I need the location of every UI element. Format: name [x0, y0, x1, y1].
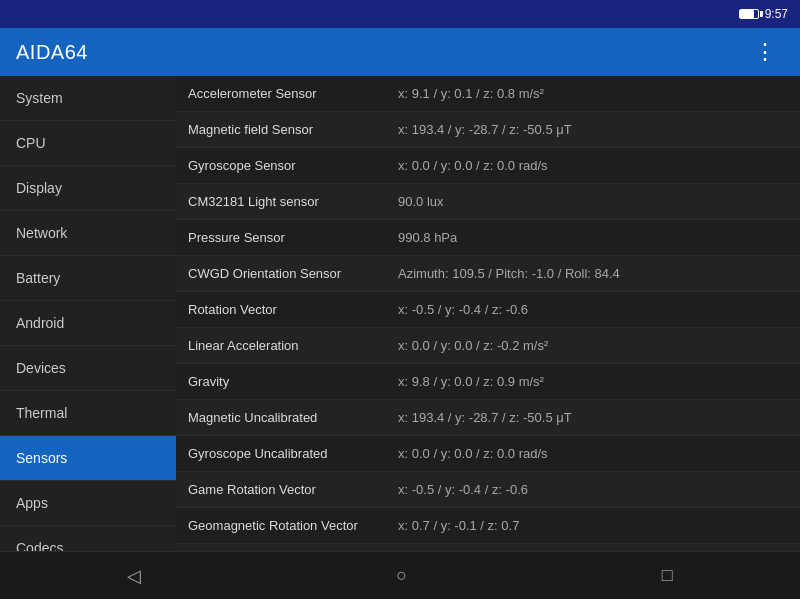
app-bar: AIDA64 ⋮: [0, 28, 800, 76]
sidebar-item-apps[interactable]: Apps: [0, 481, 176, 526]
sensor-value: 990.8 hPa: [386, 220, 800, 255]
sensor-row: Gravityx: 9.8 / y: 0.0 / z: 0.9 m/s²: [176, 364, 800, 400]
sensor-value: 90.0 lux: [386, 184, 800, 219]
sensor-row: Significant Motion: [176, 544, 800, 551]
sensor-row: Linear Accelerationx: 0.0 / y: 0.0 / z: …: [176, 328, 800, 364]
sidebar-item-devices[interactable]: Devices: [0, 346, 176, 391]
sensor-name: Magnetic Uncalibrated: [176, 400, 386, 435]
sensor-value: [386, 544, 800, 551]
sensor-value: x: 9.1 / y: 0.1 / z: 0.8 m/s²: [386, 76, 800, 111]
app-title: AIDA64: [16, 41, 88, 64]
sidebar-item-system[interactable]: System: [0, 76, 176, 121]
sensor-row: Magnetic field Sensorx: 193.4 / y: -28.7…: [176, 112, 800, 148]
battery-icon: [739, 9, 759, 19]
sensor-row: Gyroscope Sensorx: 0.0 / y: 0.0 / z: 0.0…: [176, 148, 800, 184]
sensor-value: Azimuth: 109.5 / Pitch: -1.0 / Roll: 84.…: [386, 256, 800, 291]
sensor-value: x: -0.5 / y: -0.4 / z: -0.6: [386, 472, 800, 507]
sensor-row: Pressure Sensor990.8 hPa: [176, 220, 800, 256]
sidebar-item-display[interactable]: Display: [0, 166, 176, 211]
sidebar-item-network[interactable]: Network: [0, 211, 176, 256]
sensor-name: Gyroscope Sensor: [176, 148, 386, 183]
sensor-value: x: 0.0 / y: 0.0 / z: 0.0 rad/s: [386, 148, 800, 183]
sensor-value: x: 0.0 / y: 0.0 / z: -0.2 m/s²: [386, 328, 800, 363]
sensor-row: Gyroscope Uncalibratedx: 0.0 / y: 0.0 / …: [176, 436, 800, 472]
sensor-name: Linear Acceleration: [176, 328, 386, 363]
sidebar: SystemCPUDisplayNetworkBatteryAndroidDev…: [0, 76, 176, 551]
sensor-name: Significant Motion: [176, 544, 386, 551]
back-button[interactable]: ◁: [103, 557, 165, 595]
sensor-name: CWGD Orientation Sensor: [176, 256, 386, 291]
sensor-name: Rotation Vector: [176, 292, 386, 327]
sensor-row: CM32181 Light sensor90.0 lux: [176, 184, 800, 220]
recent-button[interactable]: □: [638, 557, 697, 594]
sensor-name: Pressure Sensor: [176, 220, 386, 255]
sidebar-item-codecs[interactable]: Codecs: [0, 526, 176, 551]
sensor-value: x: 193.4 / y: -28.7 / z: -50.5 μT: [386, 400, 800, 435]
more-button[interactable]: ⋮: [746, 35, 784, 69]
sidebar-item-android[interactable]: Android: [0, 301, 176, 346]
sensor-value: x: -0.5 / y: -0.4 / z: -0.6: [386, 292, 800, 327]
sidebar-item-battery[interactable]: Battery: [0, 256, 176, 301]
main-content: SystemCPUDisplayNetworkBatteryAndroidDev…: [0, 76, 800, 551]
sensor-row: CWGD Orientation SensorAzimuth: 109.5 / …: [176, 256, 800, 292]
sensor-name: Gravity: [176, 364, 386, 399]
sidebar-item-cpu[interactable]: CPU: [0, 121, 176, 166]
sensor-row: Rotation Vectorx: -0.5 / y: -0.4 / z: -0…: [176, 292, 800, 328]
sensor-value: x: 0.0 / y: 0.0 / z: 0.0 rad/s: [386, 436, 800, 471]
sensor-name: Game Rotation Vector: [176, 472, 386, 507]
sensor-row: Magnetic Uncalibratedx: 193.4 / y: -28.7…: [176, 400, 800, 436]
sensor-value: x: 193.4 / y: -28.7 / z: -50.5 μT: [386, 112, 800, 147]
sensor-name: Accelerometer Sensor: [176, 76, 386, 111]
time-display: 9:57: [765, 7, 788, 21]
status-bar: 9:57: [0, 0, 800, 28]
nav-bar: ◁ ○ □: [0, 551, 800, 599]
sensor-row: Game Rotation Vectorx: -0.5 / y: -0.4 / …: [176, 472, 800, 508]
sensor-name: Geomagnetic Rotation Vector: [176, 508, 386, 543]
sensor-value: x: 9.8 / y: 0.0 / z: 0.9 m/s²: [386, 364, 800, 399]
status-bar-right: 9:57: [739, 7, 788, 21]
sensor-row: Accelerometer Sensorx: 9.1 / y: 0.1 / z:…: [176, 76, 800, 112]
sensor-value: x: 0.7 / y: -0.1 / z: 0.7: [386, 508, 800, 543]
sensor-row: Geomagnetic Rotation Vectorx: 0.7 / y: -…: [176, 508, 800, 544]
sidebar-item-thermal[interactable]: Thermal: [0, 391, 176, 436]
sensor-name: CM32181 Light sensor: [176, 184, 386, 219]
sidebar-item-sensors[interactable]: Sensors: [0, 436, 176, 481]
home-button[interactable]: ○: [372, 557, 431, 594]
sensor-name: Magnetic field Sensor: [176, 112, 386, 147]
content-area: Accelerometer Sensorx: 9.1 / y: 0.1 / z:…: [176, 76, 800, 551]
sensor-name: Gyroscope Uncalibrated: [176, 436, 386, 471]
